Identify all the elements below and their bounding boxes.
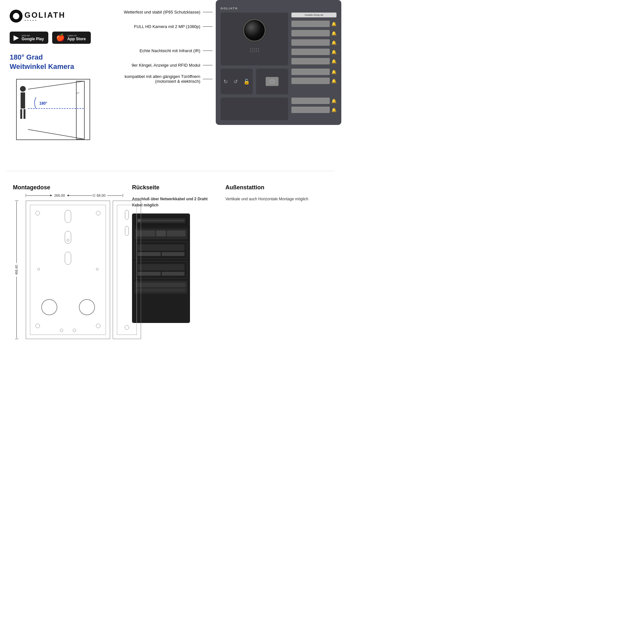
feature-4: 9er Klingel, Anzeige und RFID Modul <box>122 63 213 68</box>
bs-slot-2 <box>135 261 187 279</box>
corner-hole-bl <box>35 324 40 328</box>
bottom-mount-holes <box>60 329 76 332</box>
headline-line1: 180° Grad <box>10 53 109 62</box>
brand-name: GOLIATH <box>24 11 65 19</box>
divider <box>6 171 335 171</box>
rfid-panel <box>256 69 288 94</box>
ctrl-icon-2: ↺ <box>233 79 238 85</box>
cam-bot-left <box>221 98 288 120</box>
aussenstation-desc: Vertikale und auch Horizontale Montage m… <box>225 196 332 202</box>
google-play-main-text: Google Play <box>22 37 44 41</box>
feature-5-wrapper: kompatibel mit allen gängigen Türöffnern… <box>122 74 213 84</box>
technical-box-main <box>26 201 110 339</box>
bell-row-9: 🔔 <box>291 107 336 113</box>
logo-area: GOLIATH ● ● ● ● ● <box>10 10 109 23</box>
bell-row-1: 🔔 <box>291 21 336 27</box>
secondary-width-dimension: 68.00 <box>95 194 123 197</box>
montagedose-title: Montagedose <box>13 184 122 191</box>
rueckseite-desc: Anschluß über Netwerkkabel und 2 DrahtKa… <box>132 196 213 208</box>
device-brand-text: GOLIATH <box>221 7 238 10</box>
sec-circle <box>125 325 129 330</box>
montagedose-section: Montagedose 266.00 68.00 466.40 <box>13 184 122 339</box>
mounting-slot-mid <box>65 231 71 244</box>
width-dimension: 266.00 <box>26 194 93 197</box>
feature-text-3: Echte Nachtsicht mit Infrarot (IR) <box>139 48 200 53</box>
top-section: GOLIATH ● ● ● ● ● ▶ Jetzt bei Google Pla… <box>0 0 341 167</box>
right-buttons-top: Goliath-Shop.de 🔔 🔔 🔔 <box>291 13 336 65</box>
mounting-slot-lower <box>65 252 71 265</box>
diagram-svg: 180° 47° <box>17 80 90 139</box>
bell-icon-2: 🔔 <box>331 31 336 36</box>
corner-hole-br <box>96 324 100 328</box>
bell-label-9 <box>291 107 330 113</box>
app-store-top-text: Laden im <box>67 34 86 37</box>
bell-label-1 <box>291 21 330 27</box>
logo-text-area: GOLIATH ● ● ● ● ● <box>24 11 65 21</box>
cam-top-row: Goliath-Shop.de 🔔 🔔 🔔 <box>221 13 336 65</box>
secondary-box <box>113 201 141 339</box>
headline-area: 180° Grad Weitwinkel Kamera <box>10 53 109 71</box>
technical-inner <box>30 205 106 335</box>
feature-2: FULL HD Kamera mit 2 MP (1080p) <box>122 24 213 29</box>
connector-line-1 <box>203 12 213 12</box>
sec-slot-top <box>125 210 129 220</box>
feature-4-wrapper: 9er Klingel, Anzeige und RFID Modul <box>122 63 213 68</box>
bell-icon-3: 🔔 <box>331 40 336 45</box>
bs-slot-1 <box>135 241 187 259</box>
side-dot-right <box>96 268 99 270</box>
bell-row-5: 🔔 <box>291 58 336 64</box>
aussenstation-title: Außenstattion <box>225 184 332 191</box>
camera-unit: GOLIATH <box>216 0 341 125</box>
bell-label-6 <box>291 69 330 75</box>
bell-icon-9: 🔔 <box>331 108 336 112</box>
feature-2-wrapper: FULL HD Kamera mit 2 MP (1080p) <box>122 24 213 29</box>
bell-icon-1: 🔔 <box>331 22 336 26</box>
google-play-text: Jetzt bei Google Play <box>22 34 44 41</box>
rfid-chip <box>270 80 274 83</box>
bs-port-row <box>137 231 185 236</box>
bell-icon-7: 🔔 <box>331 79 336 83</box>
drawing-container: 266.00 68.00 466.40 <box>26 201 122 339</box>
bell-label-8 <box>291 98 330 104</box>
headline-line2: Weitwinkel Kamera <box>10 62 109 71</box>
feature-text-2: FULL HD Kamera mit 2 MP (1080p) <box>134 24 200 29</box>
ctrl-icon-1: ↻ <box>223 79 228 85</box>
feature-1: Wetterfest und stabil (IP65 Schutzklasse… <box>122 10 213 14</box>
controls-panel: ↻ ↺ 🔓 <box>221 69 253 94</box>
connector-line-3 <box>203 51 213 51</box>
height-value: 466.40 <box>15 264 18 276</box>
google-play-badge[interactable]: ▶ Jetzt bei Google Play <box>10 32 48 44</box>
secondary-inner <box>117 205 137 335</box>
google-play-icon: ▶ <box>14 33 19 42</box>
app-store-text: Laden im App Store <box>67 34 86 41</box>
bell-label-4 <box>291 49 330 55</box>
corner-hole-tl <box>35 211 40 215</box>
bs-label-module <box>135 281 187 294</box>
bs-connector-row <box>137 218 185 223</box>
bell-row-7: 🔔 <box>291 78 336 84</box>
large-hole-right <box>79 299 95 315</box>
feature-3-wrapper: Echte Nachtsicht mit Infrarot (IR) <box>122 48 213 53</box>
feature-5: kompatibel mit allen gängigen Türöffnern… <box>122 74 213 84</box>
diagram-area: 180° 47° <box>16 79 109 140</box>
bell-icon-6: 🔔 <box>331 70 336 74</box>
logo-circle-inner <box>13 13 19 19</box>
logo-subtitle: ● ● ● ● ● <box>24 19 65 21</box>
app-store-main-text: App Store <box>67 37 86 41</box>
diagram-box: 180° 47° <box>16 79 90 140</box>
sec-slot-mid <box>125 226 129 236</box>
device-image-container: GOLIATH <box>216 0 341 125</box>
right-buttons-mid: 🔔 🔔 <box>291 69 336 94</box>
center-dot <box>67 239 69 241</box>
width-value: 266.00 <box>53 194 66 197</box>
large-hole-left <box>41 299 57 315</box>
bell-label-5 <box>291 58 330 64</box>
bell-row-6: 🔔 <box>291 69 336 75</box>
bell-icon-8: 🔔 <box>331 99 336 103</box>
svg-line-1 <box>28 129 84 139</box>
app-store-badge[interactable]: 🍎 Laden im App Store <box>52 32 91 44</box>
apple-icon: 🍎 <box>56 33 65 42</box>
app-badges-area: ▶ Jetzt bei Google Play 🍎 Laden im App S… <box>10 32 109 44</box>
backside-photo-container <box>132 213 213 323</box>
feature-3: Echte Nachtsicht mit Infrarot (IR) <box>122 48 213 53</box>
